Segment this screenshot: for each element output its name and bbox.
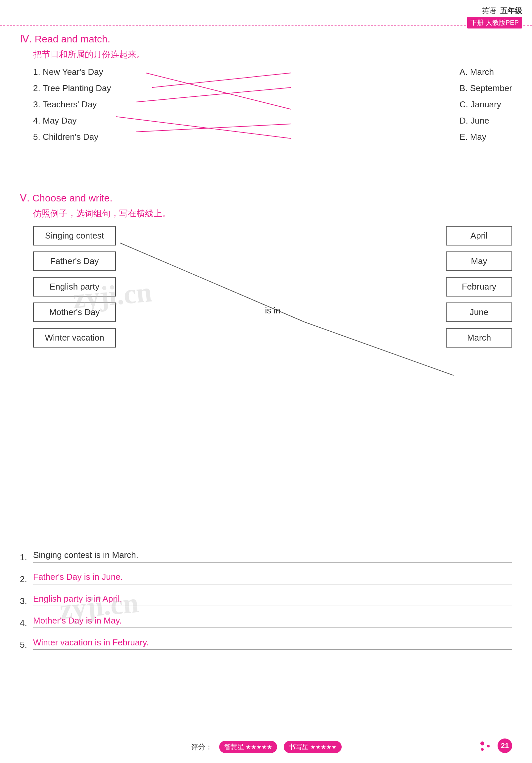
sentence-text-2: Father's Day is in June. (33, 572, 512, 585)
sentence-text-3: English party is in April. (33, 594, 512, 606)
right-box-2: May (446, 252, 512, 271)
right-box-1: April (446, 226, 512, 246)
section-v: Ⅴ. Choose and write. 仿照例子，选词组句，写在横线上。 Si… (20, 192, 512, 411)
dots-svg (479, 740, 495, 753)
svg-point-8 (487, 745, 489, 747)
section-iv: Ⅳ. Read and match. 把节日和所属的月份连起来。 1. New … (20, 33, 512, 148)
match-left-2: 2. Tree Planting Day (33, 83, 146, 93)
right-box-3: February (446, 277, 512, 296)
left-box-2: Father's Day (33, 252, 116, 271)
match-right-b: B. September (460, 83, 512, 93)
header-badge: 下册 人教版PEP (467, 17, 522, 29)
left-box-5: Winter vacation (33, 328, 116, 348)
page-number: 21 (497, 738, 512, 753)
is-in-label: is in (265, 305, 280, 316)
left-box-1: Singing contest (33, 226, 116, 246)
sentence-num-4: 4. (20, 618, 33, 628)
left-boxes-group: Singing contest Father's Day English par… (33, 226, 116, 348)
footer-badge-shuxie: 书写星 ★★★★★ (284, 741, 342, 753)
right-boxes-group: April May February June March (446, 226, 512, 348)
left-box-4: Mother's Day (33, 302, 116, 322)
sentence-num-1: 1. (20, 552, 33, 563)
svg-point-9 (481, 748, 484, 751)
header-grade: 英语 五年级 (467, 6, 522, 16)
match-container: 1. New Year's Day 2. Tree Planting Day 3… (33, 67, 512, 142)
match-right-d: D. June (460, 116, 512, 126)
sentences-section: 1. Singing contest is in March. 2. Fathe… (20, 550, 512, 659)
match-left-3: 3. Teachers' Day (33, 99, 146, 110)
sentence-num-2: 2. (20, 574, 33, 585)
svg-line-6 (305, 322, 454, 376)
footer-label: 评分： (191, 742, 213, 752)
match-right-c: C. January (460, 99, 512, 110)
left-box-3: English party (33, 277, 116, 296)
sentence-num-3: 3. (20, 596, 33, 606)
sentence-row-3: 3. English party is in April. (20, 594, 512, 606)
connect-area: Singing contest Father's Day English par… (33, 226, 512, 411)
right-box-5: March (446, 328, 512, 348)
top-dashed-line (0, 25, 532, 26)
svg-point-7 (480, 741, 484, 745)
sentence-num-5: 5. (20, 640, 33, 650)
section-iv-title: Ⅳ. Read and match. (20, 33, 512, 45)
decorative-dots (479, 740, 495, 755)
sentence-text-5: Winter vacation is in February. (33, 637, 512, 650)
page-header: 英语 五年级 下册 人教版PEP (467, 6, 522, 29)
sentence-row-2: 2. Father's Day is in June. (20, 572, 512, 585)
sentence-row-1: 1. Singing contest is in March. (20, 550, 512, 563)
right-box-4: June (446, 302, 512, 322)
match-right-a: A. March (460, 67, 512, 77)
section-iv-subtitle: 把节日和所属的月份连起来。 (33, 49, 512, 60)
page-footer: 评分： 智慧星 ★★★★★ 书写星 ★★★★★ (0, 741, 532, 753)
sentence-text-4: Mother's Day is in May. (33, 615, 512, 628)
match-left-4: 4. May Day (33, 116, 146, 126)
sentence-text-1: Singing contest is in March. (33, 550, 512, 563)
match-left-1: 1. New Year's Day (33, 67, 146, 77)
sentence-row-5: 5. Winter vacation is in February. (20, 637, 512, 650)
sentence-row-4: 4. Mother's Day is in May. (20, 615, 512, 628)
match-right-e: E. May (460, 132, 512, 142)
section-v-subtitle: 仿照例子，选词组句，写在横线上。 (33, 208, 512, 219)
footer-badge-zhihui: 智慧星 ★★★★★ (219, 741, 277, 753)
match-left-5: 5. Children's Day (33, 132, 146, 142)
section-v-title: Ⅴ. Choose and write. (20, 192, 512, 204)
